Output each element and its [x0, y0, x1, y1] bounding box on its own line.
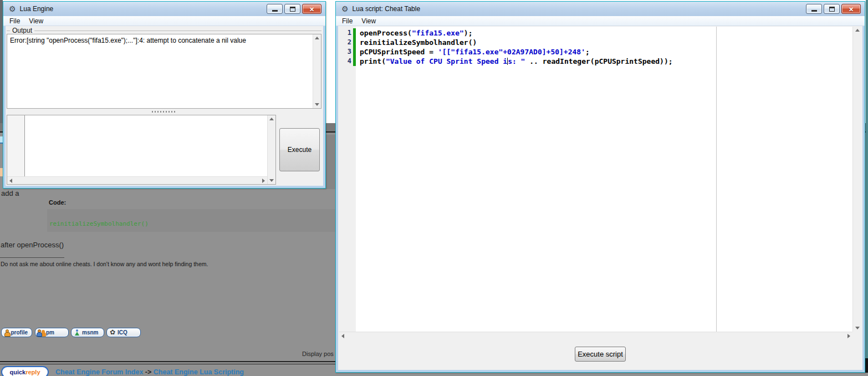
minimize-icon [811, 10, 817, 12]
execute-button[interactable]: Execute [279, 128, 320, 171]
two-persons-icon [38, 329, 44, 336]
quick-reply-button[interactable]: quickreply [1, 366, 49, 376]
pm-button[interactable]: pm [35, 328, 69, 337]
lua-engine-titlebar[interactable]: ⚙ Lua Engine [3, 2, 325, 16]
code-line[interactable]: 1openProcess("fifa15.exe"); [339, 28, 852, 38]
scroll-up-icon[interactable] [269, 118, 274, 120]
lua-engine-menubar: FileView [3, 16, 325, 26]
editor-gutter [339, 27, 356, 332]
menu-item-file[interactable]: File [5, 17, 24, 26]
code-line[interactable]: 2reinitializeSymbolhandler() [339, 38, 852, 47]
execute-script-button[interactable]: Execute script [575, 347, 626, 362]
profile-button[interactable]: profile [1, 328, 32, 337]
scroll-down-icon[interactable] [315, 103, 319, 106]
button-label: ICQ [118, 330, 127, 336]
code-token: '[["fifa15.exe"+02A97AD0]+50]+248' [438, 48, 585, 56]
code-text: print("Value of CPU Sprint Speed is: " .… [356, 57, 673, 66]
breadcrumb-forum-index-link[interactable]: Cheat Engine Forum Index [55, 368, 143, 376]
code-block-label: Code: [49, 199, 66, 206]
button-label: msnm [82, 330, 98, 336]
lua-input-editor[interactable] [7, 115, 276, 185]
line-number: 1 [339, 28, 353, 38]
quick-reply-label-quick: quick [9, 369, 25, 375]
output-scrollbar-vertical[interactable] [313, 34, 321, 108]
maximize-button[interactable] [284, 4, 300, 14]
msn-messenger-icon [74, 329, 80, 336]
signature-text: Do not ask me about online cheats. I don… [1, 261, 208, 267]
code-block-content: reinitializeSymbolhandler() [49, 220, 149, 227]
close-icon [849, 4, 854, 14]
menu-item-view[interactable]: View [357, 17, 380, 26]
post-text: after openProcess() [1, 241, 64, 249]
display-posts-text: Display pos [302, 350, 334, 357]
code-token: openProcess( [360, 29, 412, 37]
line-number: 3 [339, 47, 353, 57]
close-button[interactable] [302, 4, 321, 14]
code-token: .. readInteger(pCPUSprintSpeed)); [525, 57, 672, 65]
splitter-handle[interactable] [7, 110, 321, 113]
close-icon [309, 4, 314, 14]
scroll-up-icon[interactable] [315, 37, 319, 39]
lua-input-gutter [7, 115, 25, 176]
caption-buttons [267, 4, 321, 14]
caption-buttons [806, 4, 861, 14]
code-token: ); [464, 29, 473, 37]
icq-flower-icon: ✿ [109, 329, 116, 336]
lua-code-editor[interactable]: 1openProcess("fifa15.exe");2reinitialize… [339, 27, 861, 332]
post-text-clipped: add a [1, 189, 19, 197]
minimize-icon [272, 10, 278, 12]
menu-item-view[interactable]: View [24, 17, 48, 26]
button-label: pm [46, 330, 54, 336]
output-groupbox-line [7, 31, 321, 31]
code-text: openProcess("fifa15.exe"); [356, 28, 473, 38]
icq-button[interactable]: ✿ICQ [106, 328, 141, 337]
breadcrumb-section-link[interactable]: Cheat Engine Lua Scripting [154, 368, 244, 376]
input-scrollbar-vertical[interactable] [267, 115, 275, 184]
output-group-label: Output [10, 27, 34, 34]
scroll-left-icon[interactable] [9, 179, 12, 183]
scroll-right-icon[interactable] [262, 179, 265, 183]
signature-divider [0, 257, 64, 258]
menu-item-file[interactable]: File [338, 17, 357, 26]
button-label: profile [11, 330, 28, 336]
scroll-right-icon[interactable] [847, 334, 850, 338]
close-button[interactable] [841, 4, 861, 14]
code-lines: 1openProcess("fifa15.exe");2reinitialize… [339, 28, 852, 66]
minimize-button[interactable] [267, 4, 283, 14]
minimize-button[interactable] [806, 4, 822, 14]
editor-right-margin-line [716, 27, 717, 332]
code-line[interactable]: 4print("Value of CPU Sprint Speed is: " … [339, 57, 852, 66]
scroll-up-icon[interactable] [855, 29, 860, 32]
cheat-engine-gear-icon: ⚙ [341, 5, 349, 13]
code-token: pCPUSprintSpeed = [360, 48, 438, 56]
editor-scrollbar-vertical[interactable] [852, 27, 861, 332]
code-token: "fifa15.exe" [412, 29, 464, 37]
lua-script-window: ⚙ Lua script: Cheat Table FileView 1open… [335, 1, 865, 373]
scroll-down-icon[interactable] [269, 179, 274, 182]
lua-engine-client-area: Output Error:[string "openProcess("fifa1… [6, 26, 323, 186]
input-scrollbar-horizontal[interactable] [7, 176, 267, 184]
maximize-icon [290, 7, 295, 12]
scroll-down-icon[interactable] [855, 327, 860, 329]
quick-reply-label-reply: reply [25, 369, 40, 375]
code-line[interactable]: 3pCPUSprintSpeed = '[["fifa15.exe"+02A97… [339, 47, 852, 57]
separator-line [0, 361, 339, 364]
cheat-engine-gear-icon: ⚙ [9, 5, 16, 13]
lua-script-client-area: 1openProcess("fifa15.exe");2reinitialize… [338, 26, 862, 370]
line-number: 2 [339, 38, 353, 47]
lua-script-menubar: FileView [336, 16, 865, 26]
code-token: "Value of CPU Sprint Speed i [386, 57, 507, 65]
msnm-button[interactable]: msnm [71, 328, 104, 337]
splitter-dots-icon [152, 111, 176, 113]
maximize-button[interactable] [824, 4, 840, 14]
lua-engine-window-title: Lua Engine [20, 5, 54, 13]
line-number: 4 [339, 57, 353, 66]
code-token: reinitializeSymbolhandler() [360, 38, 477, 47]
scroll-left-icon[interactable] [341, 334, 344, 338]
editor-scrollbar-horizontal[interactable] [339, 332, 852, 339]
person-icon [4, 329, 9, 336]
lua-script-titlebar[interactable]: ⚙ Lua script: Cheat Table [336, 2, 865, 16]
output-memo[interactable]: Error:[string "openProcess("fifa15.exe")… [7, 34, 321, 109]
breadcrumb-separator: -> [145, 368, 151, 376]
output-error-text: Error:[string "openProcess("fifa15.exe")… [10, 37, 246, 44]
